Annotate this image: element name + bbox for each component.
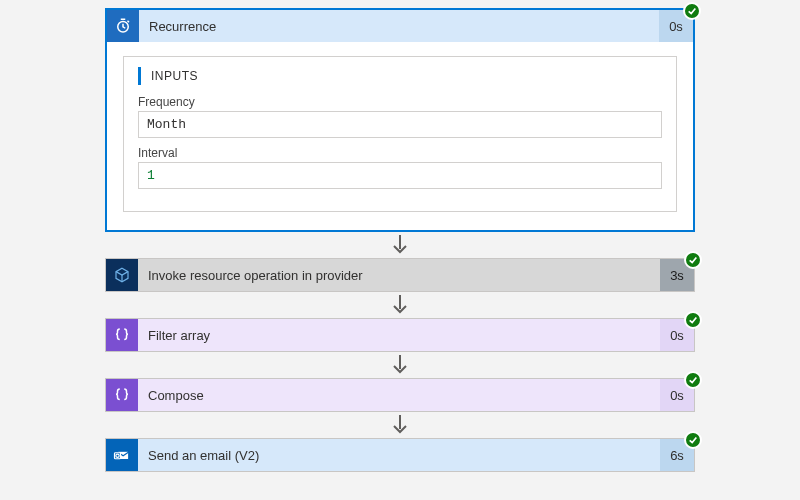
step-header[interactable]: Filter array 0s (106, 319, 694, 351)
clock-icon (107, 10, 139, 42)
inputs-heading: INPUTS (151, 69, 198, 83)
connector-arrow (390, 352, 410, 378)
braces-icon (106, 319, 138, 351)
field-label-interval: Interval (138, 146, 662, 160)
success-badge-icon (683, 2, 701, 20)
mail-icon (106, 439, 138, 471)
field-label-frequency: Frequency (138, 95, 662, 109)
inputs-panel: INPUTS Frequency Month Interval 1 (123, 56, 677, 212)
success-badge-icon (684, 431, 702, 449)
field-value-interval: 1 (138, 162, 662, 189)
step-body: INPUTS Frequency Month Interval 1 (107, 42, 693, 230)
success-badge-icon (684, 311, 702, 329)
step-title: Recurrence (139, 10, 659, 42)
step-invoke-resource[interactable]: Invoke resource operation in provider 3s (105, 258, 695, 292)
flow-run-canvas: Recurrence 0s INPUTS Frequency Month Int… (0, 8, 800, 472)
connector-arrow (390, 232, 410, 258)
step-filter-array[interactable]: Filter array 0s (105, 318, 695, 352)
step-title: Invoke resource operation in provider (138, 259, 660, 291)
step-send-email[interactable]: Send an email (V2) 6s (105, 438, 695, 472)
step-compose[interactable]: Compose 0s (105, 378, 695, 412)
step-header[interactable]: Send an email (V2) 6s (106, 439, 694, 471)
field-value-frequency: Month (138, 111, 662, 138)
inputs-accent-bar (138, 67, 141, 85)
braces-icon (106, 379, 138, 411)
step-title: Compose (138, 379, 660, 411)
step-title: Filter array (138, 319, 660, 351)
connector-arrow (390, 292, 410, 318)
step-header[interactable]: Recurrence 0s (107, 10, 693, 42)
step-recurrence[interactable]: Recurrence 0s INPUTS Frequency Month Int… (105, 8, 695, 232)
step-title: Send an email (V2) (138, 439, 660, 471)
success-badge-icon (684, 251, 702, 269)
connector-arrow (390, 412, 410, 438)
cube-icon (106, 259, 138, 291)
step-header[interactable]: Invoke resource operation in provider 3s (106, 259, 694, 291)
step-header[interactable]: Compose 0s (106, 379, 694, 411)
success-badge-icon (684, 371, 702, 389)
